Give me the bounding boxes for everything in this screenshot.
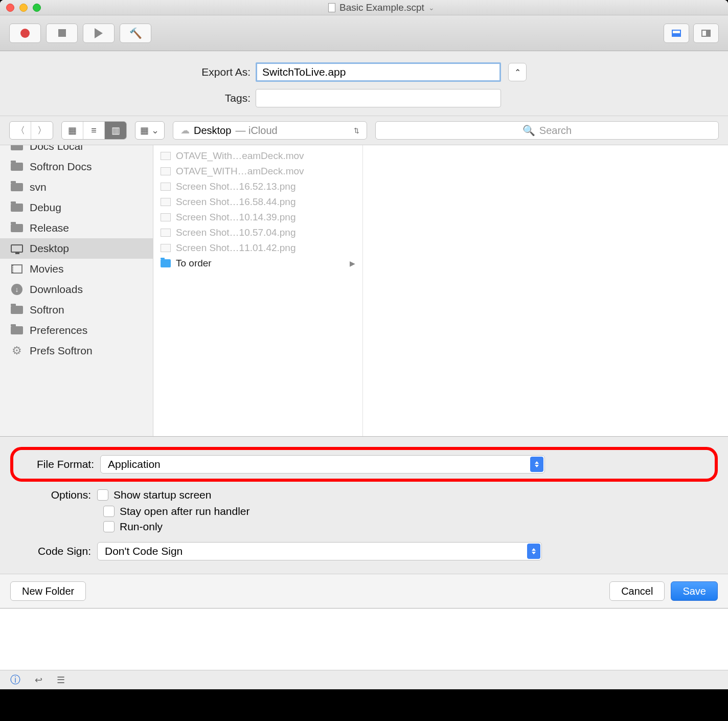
sidebar-item-label: svn xyxy=(30,181,47,193)
status-bar: ⓘ ↩ ☰ xyxy=(0,670,728,689)
sidebar-item-softron-docs[interactable]: Softron Docs xyxy=(0,156,153,177)
file-row: OTAVE_With…eamDeck.mov xyxy=(153,148,362,164)
action-bar: New Folder Cancel Save xyxy=(0,574,728,608)
editor-area[interactable] xyxy=(0,609,728,670)
run-button[interactable] xyxy=(83,24,115,43)
file-icon xyxy=(161,167,171,175)
file-icon xyxy=(161,152,171,160)
select-stepper-icon xyxy=(527,544,540,559)
sidebar-item-movies[interactable]: Movies xyxy=(0,259,153,279)
file-name: To order xyxy=(176,258,212,269)
file-format-value: Application xyxy=(108,458,161,470)
search-input[interactable]: 🔍 Search xyxy=(375,121,719,140)
sidebar-item-preferences[interactable]: Preferences xyxy=(0,320,153,341)
sidebar-item-docs-local[interactable]: Docs Local xyxy=(0,145,153,156)
file-name: Screen Shot…16.52.13.png xyxy=(176,181,296,192)
sidebar: Docs LocalSoftron DocssvnDebugReleaseDes… xyxy=(0,145,153,436)
sidebar-item-downloads[interactable]: ↓Downloads xyxy=(0,279,153,300)
chevron-right-icon: ▶ xyxy=(350,259,355,267)
editor-toolbar: 🔨 xyxy=(0,15,728,51)
sidebar-item-label: Preferences xyxy=(30,324,87,336)
sidebar-item-debug[interactable]: Debug xyxy=(0,197,153,218)
cancel-button[interactable]: Cancel xyxy=(609,581,665,601)
options-label: Options: xyxy=(0,489,97,501)
sidebar-item-label: Prefs Softron xyxy=(30,345,93,357)
sidebar-item-svn[interactable]: svn xyxy=(0,177,153,197)
folder-icon xyxy=(10,162,24,172)
file-browser: Docs LocalSoftron DocssvnDebugReleaseDes… xyxy=(0,145,728,436)
folder-icon xyxy=(161,259,171,267)
compile-button[interactable]: 🔨 xyxy=(120,24,151,43)
file-row: Screen Shot…16.52.13.png xyxy=(153,179,362,194)
sidebar-item-release[interactable]: Release xyxy=(0,218,153,238)
titlebar: Basic Example.scpt ⌄ xyxy=(0,0,728,15)
sidebar-item-label: Movies xyxy=(30,263,64,275)
file-icon xyxy=(161,244,171,252)
title-dropdown-icon[interactable]: ⌄ xyxy=(428,4,435,12)
run-only-label: Run-only xyxy=(120,521,163,533)
folder-icon xyxy=(10,325,24,335)
forward-button[interactable]: 〉 xyxy=(31,122,53,139)
record-button[interactable] xyxy=(9,24,41,43)
file-name: Screen Shot…10.14.39.png xyxy=(176,212,296,223)
export-filename-input[interactable] xyxy=(256,62,501,82)
new-folder-button[interactable]: New Folder xyxy=(10,581,86,601)
file-name: OTAVE_WITH…amDeck.mov xyxy=(176,166,304,177)
column-view-button[interactable]: ▥ xyxy=(105,122,126,139)
close-window-button[interactable] xyxy=(6,4,14,12)
save-button[interactable]: Save xyxy=(671,581,718,601)
sidebar-item-desktop[interactable]: Desktop xyxy=(0,238,153,259)
film-icon xyxy=(10,264,24,274)
file-format-select[interactable]: Application xyxy=(100,455,545,474)
window-title: Basic Example.scpt xyxy=(339,2,424,13)
list-view-button[interactable]: ≡ xyxy=(83,122,105,139)
back-button[interactable]: 〈 xyxy=(10,122,31,139)
icon-view-button[interactable]: ▦ xyxy=(62,122,83,139)
preview-column xyxy=(363,145,728,436)
show-startup-label: Show startup screen xyxy=(113,489,211,501)
file-row: OTAVE_WITH…amDeck.mov xyxy=(153,164,362,179)
folder-row[interactable]: To order▶ xyxy=(153,256,362,271)
tags-input[interactable] xyxy=(256,89,501,107)
file-row: Screen Shot…16.58.44.png xyxy=(153,194,362,210)
sidebar-item-label: Desktop xyxy=(30,242,69,255)
sidebar-item-label: Debug xyxy=(30,201,61,214)
sidebar-item-label: Docs Local xyxy=(30,145,83,152)
file-row: Screen Shot…11.01.42.png xyxy=(153,240,362,256)
file-icon xyxy=(161,183,171,191)
code-sign-select[interactable]: Don't Code Sign xyxy=(97,542,542,560)
info-icon[interactable]: ⓘ xyxy=(10,673,20,687)
file-row: Screen Shot…10.14.39.png xyxy=(153,210,362,225)
folder-icon xyxy=(10,223,24,233)
file-name: Screen Shot…11.01.42.png xyxy=(176,242,296,254)
sidebar-item-label: Downloads xyxy=(30,283,83,296)
folder-icon xyxy=(10,202,24,213)
stop-button[interactable] xyxy=(46,24,78,43)
show-bundle-button[interactable] xyxy=(693,24,719,43)
log-icon[interactable]: ☰ xyxy=(57,674,65,686)
file-icon xyxy=(161,198,171,206)
file-icon xyxy=(161,229,171,237)
show-startup-checkbox[interactable] xyxy=(97,489,108,501)
file-row: Screen Shot…10.57.04.png xyxy=(153,225,362,240)
sidebar-item-label: Release xyxy=(30,222,69,234)
run-only-checkbox[interactable] xyxy=(103,521,115,532)
sidebar-item-prefs-softron[interactable]: ⚙Prefs Softron xyxy=(0,341,153,361)
return-icon[interactable]: ↩ xyxy=(35,674,42,686)
minimize-window-button[interactable] xyxy=(19,4,28,12)
group-button[interactable]: ▦ ⌄ xyxy=(135,122,164,139)
file-icon xyxy=(161,213,171,221)
stay-open-checkbox[interactable] xyxy=(103,506,115,517)
code-sign-label: Code Sign: xyxy=(0,545,97,557)
file-name: OTAVE_With…eamDeck.mov xyxy=(176,150,304,162)
zoom-window-button[interactable] xyxy=(33,4,41,12)
sidebar-item-label: Softron Docs xyxy=(30,161,92,173)
folder-icon xyxy=(10,182,24,192)
cloud-icon: ☁ xyxy=(180,125,190,136)
show-description-button[interactable] xyxy=(664,24,689,43)
download-icon: ↓ xyxy=(10,284,24,295)
file-column: OTAVE_With…eamDeck.movOTAVE_WITH…amDeck.… xyxy=(153,145,363,436)
sidebar-item-softron[interactable]: Softron xyxy=(0,300,153,320)
location-popup[interactable]: ☁ Desktop — iCloud ⇅ xyxy=(173,121,367,140)
expand-browser-button[interactable]: ⌃ xyxy=(508,63,527,81)
